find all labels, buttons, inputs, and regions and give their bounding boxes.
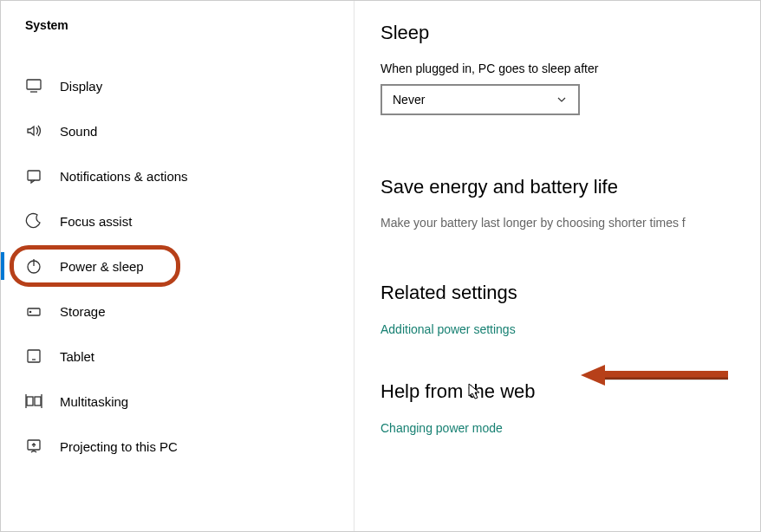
sidebar-item-label: Storage — [60, 304, 106, 319]
additional-power-settings-link[interactable]: Additional power settings — [380, 322, 516, 336]
sleep-section: Sleep When plugged in, PC goes to sleep … — [380, 22, 760, 115]
svg-rect-10 — [35, 397, 41, 405]
plugged-in-label: When plugged in, PC goes to sleep after — [380, 62, 760, 75]
sidebar: System Display Sound Notifications & act… — [1, 1, 354, 531]
svg-rect-2 — [28, 171, 40, 180]
display-icon — [25, 77, 42, 94]
svg-rect-9 — [27, 397, 33, 405]
section-title-energy: Save energy and battery life — [380, 176, 760, 198]
sidebar-item-projecting[interactable]: Projecting to this PC — [1, 424, 354, 469]
section-title-help: Help from the web — [380, 380, 760, 403]
sidebar-item-display[interactable]: Display — [1, 63, 354, 108]
multitasking-icon — [25, 393, 42, 410]
sidebar-item-sound[interactable]: Sound — [1, 108, 354, 153]
sidebar-item-label: Projecting to this PC — [60, 439, 178, 454]
sidebar-item-label: Power & sleep — [60, 259, 144, 274]
storage-icon — [25, 302, 42, 320]
related-section: Related settings Additional power settin… — [380, 282, 760, 337]
sidebar-item-label: Multitasking — [60, 394, 128, 409]
sidebar-title: System — [1, 18, 354, 32]
sidebar-item-label: Focus assist — [60, 214, 132, 229]
sidebar-item-notifications[interactable]: Notifications & actions — [1, 153, 354, 198]
chevron-down-icon — [556, 94, 568, 106]
section-title-related: Related settings — [380, 282, 760, 304]
sidebar-item-storage[interactable]: Storage — [1, 289, 354, 334]
svg-rect-0 — [27, 80, 41, 89]
power-icon — [25, 257, 42, 275]
sidebar-item-power-sleep[interactable]: Power & sleep — [1, 243, 354, 289]
changing-power-mode-link[interactable]: Changing power mode — [380, 421, 503, 435]
energy-section: Save energy and battery life Make your b… — [380, 176, 760, 230]
projecting-icon — [25, 438, 42, 455]
dropdown-value: Never — [393, 93, 425, 107]
main-content: Sleep When plugged in, PC goes to sleep … — [354, 1, 760, 531]
sidebar-item-focus-assist[interactable]: Focus assist — [1, 198, 354, 243]
sidebar-item-label: Notifications & actions — [60, 169, 188, 184]
svg-rect-7 — [28, 350, 40, 362]
notifications-icon — [25, 167, 42, 185]
sidebar-item-label: Display — [60, 79, 102, 94]
tablet-icon — [25, 347, 42, 365]
sound-icon — [25, 122, 42, 139]
sidebar-item-label: Sound — [60, 124, 97, 139]
sidebar-item-tablet[interactable]: Tablet — [1, 334, 354, 379]
svg-point-6 — [29, 311, 30, 312]
sleep-plugged-dropdown[interactable]: Never — [380, 84, 580, 115]
help-section: Help from the web Changing power mode — [380, 380, 760, 436]
sidebar-item-multitasking[interactable]: Multitasking — [1, 379, 354, 424]
focus-icon — [25, 212, 42, 230]
sidebar-item-label: Tablet — [60, 349, 94, 364]
energy-description: Make your battery last longer by choosin… — [380, 216, 760, 230]
section-title-sleep: Sleep — [380, 22, 760, 44]
